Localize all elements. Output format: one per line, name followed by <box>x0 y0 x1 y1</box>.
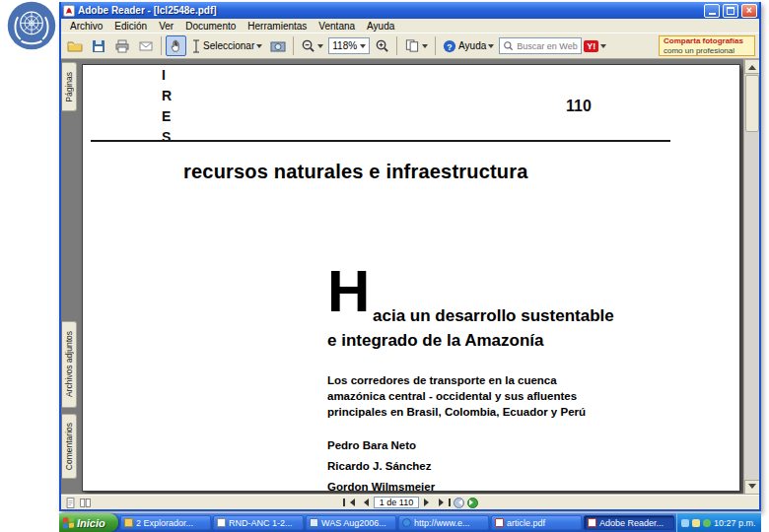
toolbar-separator <box>161 36 162 55</box>
pdf-page: I R E S 110 recursos naturales e infraes… <box>82 64 740 492</box>
menu-archivo[interactable]: Archivo <box>64 20 108 33</box>
select-tool-button[interactable]: Seleccionar <box>188 35 265 56</box>
header-rule <box>91 140 670 142</box>
close-icon: × <box>746 6 752 16</box>
adobe-reader-icon <box>588 518 596 527</box>
chevron-down-icon <box>256 44 262 51</box>
vertical-scrollbar[interactable] <box>743 59 759 495</box>
ad-line-2: como un profesional <box>664 46 754 55</box>
envelope-icon <box>138 38 154 54</box>
minimize-icon <box>709 7 716 15</box>
doc-subtitle-line1: Los corredores de transporte en la cuenc… <box>327 372 586 388</box>
menu-edicion[interactable]: Edición <box>108 20 153 33</box>
save-button[interactable] <box>88 35 109 56</box>
last-page-icon <box>439 499 448 506</box>
zoom-level-value: 118% <box>332 40 357 51</box>
series-vertical-label: I R E S <box>162 68 172 144</box>
chevron-down-icon <box>360 44 366 51</box>
sidebar-tab-attachments-label: Archivos adjuntos <box>64 331 74 397</box>
chevron-down-icon <box>317 44 323 51</box>
status-bar: 1 de 110 <box>61 495 759 509</box>
taskbar-button-internet-explorer[interactable]: http://www.e... <box>398 515 489 530</box>
page-display-button[interactable] <box>401 35 431 56</box>
doc-subtitle-line2: amazónica central - occidental y sus afl… <box>327 388 586 404</box>
taskbar-button-was-aug2006[interactable]: WAS Aug2006... <box>306 515 396 530</box>
save-icon <box>91 38 106 54</box>
sidebar-tab-pages[interactable]: Páginas <box>62 62 77 111</box>
zoom-in-button[interactable] <box>372 35 392 56</box>
sidebar-tab-attachments[interactable]: Archivos adjuntos <box>62 321 77 408</box>
maximize-icon <box>727 7 734 15</box>
zoom-out-button[interactable] <box>298 35 326 56</box>
menu-ayuda[interactable]: Ayuda <box>361 20 400 33</box>
adobe-reader-app-icon <box>63 5 75 17</box>
series-letter: R <box>162 89 172 102</box>
close-button[interactable]: × <box>741 4 757 18</box>
zoom-level-select[interactable]: 118% <box>328 37 370 54</box>
taskbar-button-rnd-anc[interactable]: RND-ANC 1-2... <box>213 515 304 530</box>
magnifier-minus-icon <box>301 38 315 53</box>
taskbar-button-label: RND-ANC 1-2... <box>229 518 293 528</box>
first-page-button[interactable] <box>342 497 355 508</box>
yahoo-ad-banner[interactable]: Comparta fotografías como un profesional <box>659 35 755 56</box>
last-page-button[interactable] <box>438 497 451 508</box>
start-button-label: Inicio <box>77 517 105 529</box>
series-number: 110 <box>566 98 592 115</box>
email-button[interactable] <box>135 35 157 56</box>
web-search-input[interactable]: Buscar en Web <box>499 37 582 54</box>
web-search-placeholder: Buscar en Web <box>517 41 577 51</box>
minimize-button[interactable] <box>704 4 720 18</box>
taskbar-button-adobe-reader[interactable]: Adobe Reader... <box>584 515 674 530</box>
toolbar-separator <box>293 36 294 55</box>
scroll-down-button[interactable] <box>744 480 759 495</box>
ibeam-icon <box>191 39 201 53</box>
first-page-icon <box>343 499 345 506</box>
open-button[interactable] <box>64 35 86 56</box>
help-button[interactable]: ? Ayuda <box>440 35 497 56</box>
title-bar[interactable]: Adobe Reader - [lcl2548e.pdf] × <box>61 2 759 19</box>
select-tool-label: Seleccionar <box>203 40 254 51</box>
taskbar-button-article-pdf[interactable]: article.pdf <box>491 515 582 530</box>
yahoo-icon[interactable]: Y! <box>584 40 598 52</box>
printer-icon <box>114 38 130 54</box>
start-button[interactable]: Inicio <box>59 513 118 532</box>
system-tray: 10:27 p.m. <box>676 513 761 532</box>
scroll-down-icon <box>748 484 756 493</box>
network-icon[interactable] <box>681 519 689 527</box>
volume-icon[interactable] <box>692 519 700 527</box>
scroll-up-button[interactable] <box>744 59 759 74</box>
desktop-background: Adobe Reader - [lcl2548e.pdf] × Archivo … <box>0 0 769 532</box>
help-icon: ? <box>443 39 456 53</box>
document-area: Páginas Archivos adjuntos Comentarios I … <box>61 59 759 495</box>
toolbar-separator <box>396 36 397 55</box>
page-layout-icon[interactable] <box>80 498 91 508</box>
previous-page-icon <box>360 499 369 506</box>
maximize-button[interactable] <box>723 4 738 18</box>
menu-herramientas[interactable]: Herramientas <box>242 20 313 33</box>
snapshot-tool-button[interactable] <box>267 35 289 56</box>
print-button[interactable] <box>111 35 133 56</box>
page-size-icon[interactable] <box>65 498 76 508</box>
previous-view-button[interactable] <box>454 498 464 508</box>
previous-page-button[interactable] <box>358 497 371 508</box>
taskbar-clock[interactable]: 10:27 p.m. <box>714 518 756 528</box>
hand-tool-button[interactable] <box>166 35 186 56</box>
next-view-button[interactable] <box>467 498 478 508</box>
security-icon[interactable] <box>703 519 711 527</box>
magnifier-plus-icon <box>375 38 389 53</box>
taskbar-button-label: article.pdf <box>507 518 545 528</box>
taskbar-button-label: Adobe Reader... <box>599 518 664 528</box>
menu-ver[interactable]: Ver <box>153 20 179 33</box>
sidebar-tab-comments[interactable]: Comentarios <box>62 414 77 479</box>
menu-documento[interactable]: Documento <box>179 20 242 33</box>
scrollbar-thumb[interactable] <box>745 75 759 132</box>
next-page-button[interactable] <box>422 497 435 508</box>
taskbar-button-explorer-group[interactable]: 2 Explorador... <box>120 515 211 530</box>
toolbar-separator <box>435 36 436 55</box>
page-indicator[interactable]: 1 de 110 <box>374 497 419 508</box>
authors-list: Pedro Bara Neto Ricardo J. Sánchez Gordo… <box>327 439 435 495</box>
doc-title-line2: e integrado de la Amazonía <box>327 331 543 351</box>
first-page-icon <box>346 499 355 506</box>
next-view-icon <box>469 499 476 505</box>
menu-ventana[interactable]: Ventana <box>313 20 361 33</box>
